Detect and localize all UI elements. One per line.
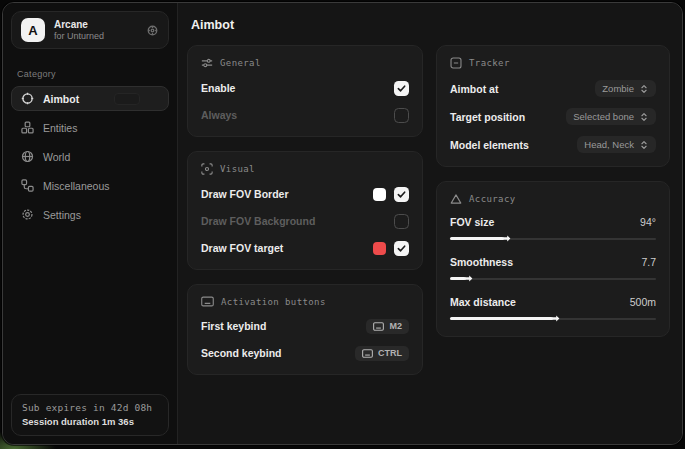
workflow-icon bbox=[21, 179, 34, 192]
setting-label: Enable bbox=[201, 82, 235, 94]
page-title: Aimbot bbox=[178, 3, 682, 43]
always-checkbox[interactable] bbox=[394, 108, 409, 123]
keybind-value: M2 bbox=[389, 321, 402, 331]
app-window: A Arcane for Unturned Category bbox=[2, 2, 683, 445]
slider-fill bbox=[450, 317, 553, 320]
section-title: Visual bbox=[220, 164, 255, 174]
sidebar-item-entities[interactable]: Entities bbox=[11, 115, 169, 140]
setting-label: Model elements bbox=[450, 139, 529, 151]
main-panel: Aimbot General bbox=[178, 3, 682, 444]
setting-label: Max distance bbox=[450, 296, 516, 308]
setting-row-max-distance: Max distance 500m bbox=[450, 296, 656, 323]
sidebar: A Arcane for Unturned Category bbox=[3, 3, 178, 444]
setting-label: FOV size bbox=[450, 216, 494, 228]
activation-card-header: Activation buttons bbox=[201, 296, 409, 307]
refresh-icon[interactable] bbox=[146, 24, 159, 37]
setting-label: Always bbox=[201, 109, 237, 121]
brand-card: A Arcane for Unturned bbox=[11, 11, 169, 49]
fov-background-checkbox[interactable] bbox=[394, 214, 409, 229]
globe-icon bbox=[21, 150, 34, 163]
setting-row-fov-border: Draw FOV Border bbox=[201, 186, 409, 202]
smoothness-slider[interactable] bbox=[450, 274, 656, 283]
setting-label: First keybind bbox=[201, 320, 266, 332]
triangle-icon bbox=[450, 193, 462, 205]
brand-name: Arcane bbox=[54, 19, 137, 31]
sidebar-item-label: Aimbot bbox=[43, 93, 79, 105]
setting-label: Draw FOV Background bbox=[201, 215, 315, 227]
target-position-dropdown[interactable]: Selected bone bbox=[566, 108, 656, 125]
setting-label: Draw FOV target bbox=[201, 242, 283, 254]
sidebar-item-label: World bbox=[43, 151, 70, 163]
general-card: General Enable Always bbox=[187, 45, 423, 137]
dropdown-value: Head, Neck bbox=[584, 139, 634, 150]
setting-label: Smoothness bbox=[450, 256, 513, 268]
slider-arrow-thumb[interactable] bbox=[502, 234, 511, 243]
active-item-hint bbox=[114, 93, 140, 105]
sidebar-item-miscellaneous[interactable]: Miscellaneous bbox=[11, 173, 169, 198]
color-swatch-red[interactable] bbox=[373, 242, 386, 255]
brand-text: Arcane for Unturned bbox=[54, 19, 137, 41]
setting-label: Aimbot at bbox=[450, 83, 498, 95]
crosshair-icon bbox=[21, 92, 34, 105]
max-distance-slider[interactable] bbox=[450, 314, 656, 323]
fov-size-slider[interactable] bbox=[450, 234, 656, 243]
setting-label: Target position bbox=[450, 111, 525, 123]
accuracy-card: Accuracy FOV size 94° bbox=[436, 181, 670, 337]
setting-row-first-keybind: First keybind M2 bbox=[201, 318, 409, 334]
slider-value: 94° bbox=[640, 216, 656, 228]
right-column: Tracker Aimbot at Zombie bbox=[436, 45, 670, 337]
sidebar-item-label: Miscellaneous bbox=[43, 180, 110, 192]
setting-row-fov-target: Draw FOV target bbox=[201, 240, 409, 256]
tracker-card: Tracker Aimbot at Zombie bbox=[436, 45, 670, 167]
slider-fill bbox=[450, 237, 504, 240]
dropdown-value: Selected bone bbox=[573, 111, 634, 122]
tracker-card-header: Tracker bbox=[450, 57, 656, 69]
section-title: General bbox=[220, 58, 261, 68]
keyboard-icon bbox=[362, 349, 373, 358]
accuracy-card-header: Accuracy bbox=[450, 193, 656, 205]
chevrons-up-down-icon bbox=[639, 140, 649, 150]
brand-subtitle: for Unturned bbox=[54, 31, 137, 41]
category-label: Category bbox=[17, 69, 163, 79]
second-keybind-button[interactable]: CTRL bbox=[355, 346, 409, 361]
section-title: Accuracy bbox=[469, 194, 516, 204]
setting-row-always: Always bbox=[201, 107, 409, 123]
setting-row-fov-background: Draw FOV Background bbox=[201, 213, 409, 229]
dropdown-value: Zombie bbox=[602, 83, 634, 94]
sub-expiry-text: Sub expires in 42d 08h bbox=[22, 402, 158, 413]
visual-card-header: Visual bbox=[201, 163, 409, 175]
setting-row-fov-size: FOV size 94° bbox=[450, 216, 656, 243]
visual-card: Visual Draw FOV Border Draw FOV Ba bbox=[187, 151, 423, 270]
setting-label: Second keybind bbox=[201, 347, 282, 359]
sidebar-nav: Aimbot Entities bbox=[3, 86, 177, 227]
sidebar-item-label: Settings bbox=[43, 209, 81, 221]
setting-row-model-elements: Model elements Head, Neck bbox=[450, 136, 656, 153]
section-title: Activation buttons bbox=[221, 297, 326, 307]
setting-row-target-position: Target position Selected bone bbox=[450, 108, 656, 125]
content-columns: General Enable Always bbox=[178, 43, 682, 375]
subscription-info-card: Sub expires in 42d 08h Session duration … bbox=[11, 394, 169, 436]
brand-logo: A bbox=[21, 18, 45, 42]
slider-arrow-thumb[interactable] bbox=[551, 314, 560, 323]
general-card-header: General bbox=[201, 57, 409, 69]
sidebar-item-world[interactable]: World bbox=[11, 144, 169, 169]
fov-target-checkbox[interactable] bbox=[394, 241, 409, 256]
slider-arrow-thumb[interactable] bbox=[464, 274, 473, 283]
setting-row-aimbot-at: Aimbot at Zombie bbox=[450, 80, 656, 97]
fov-border-checkbox[interactable] bbox=[394, 187, 409, 202]
setting-row-smoothness: Smoothness 7.7 bbox=[450, 256, 656, 283]
aimbot-at-dropdown[interactable]: Zombie bbox=[595, 80, 656, 97]
sidebar-item-settings[interactable]: Settings bbox=[11, 202, 169, 227]
keyboard-icon bbox=[373, 322, 384, 331]
slider-value: 500m bbox=[630, 296, 656, 308]
scan-eye-icon bbox=[201, 163, 213, 175]
first-keybind-button[interactable]: M2 bbox=[366, 319, 409, 334]
color-swatch-white[interactable] bbox=[373, 188, 386, 201]
sidebar-item-aimbot[interactable]: Aimbot bbox=[11, 86, 169, 111]
enable-checkbox[interactable] bbox=[394, 81, 409, 96]
chevrons-up-down-icon bbox=[639, 84, 649, 94]
model-elements-dropdown[interactable]: Head, Neck bbox=[577, 136, 656, 153]
frame-minus-icon bbox=[450, 57, 462, 69]
slider-value: 7.7 bbox=[641, 256, 656, 268]
setting-row-second-keybind: Second keybind CTRL bbox=[201, 345, 409, 361]
